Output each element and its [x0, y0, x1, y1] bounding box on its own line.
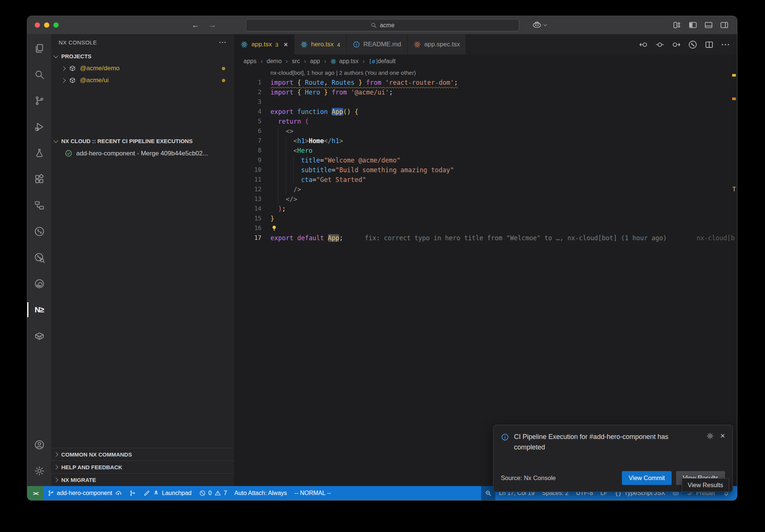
- problems-item[interactable]: 0 7: [195, 486, 231, 500]
- timeline-icon[interactable]: [688, 40, 697, 49]
- code-line-11[interactable]: 11cta="Get Started": [235, 175, 737, 185]
- activity-bar-bottom: [27, 432, 51, 486]
- tab-problem-badge: 4: [337, 41, 340, 48]
- section-common-nx-commands[interactable]: COMMON NX COMMANDS: [51, 448, 234, 461]
- code-line-5[interactable]: 5return (: [235, 117, 737, 126]
- tab-readme-md[interactable]: README.md: [347, 34, 408, 55]
- nav-back-icon[interactable]: [639, 40, 648, 49]
- activity-item-nx-console[interactable]: N≥: [27, 297, 51, 323]
- activity-item-search[interactable]: [27, 61, 51, 87]
- activity-item-run-and-debug[interactable]: [27, 114, 51, 140]
- close-icon[interactable]: ×: [720, 432, 725, 440]
- code-editor[interactable]: nx-cloud[bot], 1 hour ago | 2 authors (Y…: [235, 68, 737, 486]
- launchpad-item[interactable]: Launchpad: [140, 486, 195, 500]
- chevron-right-icon: [61, 66, 66, 71]
- activity-item-accounts[interactable]: [27, 432, 51, 458]
- toggle-primary-sidebar-icon[interactable]: [688, 21, 697, 30]
- copilot-menu[interactable]: [532, 20, 546, 30]
- project-item-acme-demo[interactable]: @acme/demo: [51, 62, 234, 74]
- nav-position-icon[interactable]: [655, 40, 665, 49]
- chevron-down-icon: [53, 138, 58, 143]
- breadcrumb-item-apps[interactable]: apps: [244, 58, 257, 65]
- nav-forward-icon[interactable]: [672, 40, 681, 49]
- code-line-6[interactable]: 6<>: [235, 126, 737, 136]
- git-branch-item[interactable]: add-hero-component: [44, 486, 126, 500]
- code-line-17[interactable]: 17export default App;fix: correct typo i…: [235, 233, 737, 243]
- activity-item-explorer[interactable]: [27, 35, 51, 61]
- code-line-4[interactable]: 4export function App() {: [235, 107, 737, 117]
- breadcrumb-item-app[interactable]: app: [310, 58, 320, 65]
- activity-item-testing[interactable]: [27, 140, 51, 166]
- package-cube-icon: [69, 65, 76, 72]
- section-projects[interactable]: PROJECTS: [51, 50, 234, 62]
- tab-app-spec-tsx[interactable]: app.spec.tsx: [408, 34, 466, 55]
- code-line-14[interactable]: 14);: [235, 204, 737, 214]
- history-forward-icon[interactable]: →: [208, 21, 216, 30]
- sidebar-bottom-sections: COMMON NX COMMANDS HELP AND FEEDBACK NX …: [51, 448, 234, 486]
- activity-item-edge-browser[interactable]: [27, 270, 51, 297]
- react-icon: [241, 41, 248, 48]
- code-line-16[interactable]: 16: [235, 223, 737, 233]
- command-center-search[interactable]: acme: [246, 19, 519, 31]
- section-help-and-feedback[interactable]: HELP AND FEEDBACK: [51, 461, 234, 473]
- maximize-window-button[interactable]: [53, 22, 59, 28]
- breadcrumb-item-src[interactable]: src: [292, 58, 300, 65]
- remote-indicator[interactable]: ><: [27, 486, 44, 500]
- warning-icon: [214, 490, 221, 497]
- code-line-1[interactable]: 1import { Route, Routes } from 'react-ro…: [235, 78, 737, 87]
- view-commit-button[interactable]: View Commit: [622, 471, 672, 485]
- more-actions-icon[interactable]: ⋯: [219, 38, 227, 47]
- code-line-3[interactable]: 3: [235, 97, 737, 107]
- cloud-upload-icon: [115, 490, 122, 497]
- tab-app-tsx[interactable]: app.tsx 3 ×: [235, 34, 294, 55]
- minimize-window-button[interactable]: [44, 22, 49, 28]
- code-line-13[interactable]: 13</>: [235, 194, 737, 204]
- tab-hero-tsx[interactable]: hero.tsx 4: [294, 34, 347, 55]
- breadcrumb-item-demo[interactable]: demo: [267, 58, 282, 65]
- breadcrumb-separator: ›: [286, 58, 288, 65]
- vim-mode-item[interactable]: -- NORMAL --: [291, 486, 335, 500]
- activity-item-source-control[interactable]: [27, 87, 51, 114]
- pencil-icon: [143, 490, 150, 497]
- gear-icon[interactable]: [706, 432, 714, 440]
- activity-item-gitlens[interactable]: [27, 244, 51, 270]
- notification-source: Source: Nx Console: [501, 474, 556, 482]
- activity-bar: N≥: [27, 34, 51, 486]
- auto-attach-item[interactable]: Auto Attach: Always: [231, 486, 291, 500]
- split-editor-icon[interactable]: [704, 40, 714, 49]
- activity-item-git-graph[interactable]: [27, 218, 51, 244]
- git-graph-item[interactable]: [126, 486, 140, 500]
- code-line-2[interactable]: 2import { Hero } from '@acme/ui';: [235, 87, 737, 97]
- tab-bar: app.tsx 3 × hero.tsx 4 README.md app.spe…: [235, 34, 737, 55]
- code-line-15[interactable]: 15}: [235, 214, 737, 223]
- toggle-panel-icon[interactable]: [704, 21, 713, 30]
- project-status-dot: [222, 79, 225, 82]
- breadcrumb-item-default[interactable]: [ø]default: [369, 58, 396, 65]
- code-line-9[interactable]: 9title="Welcome @acme/demo": [235, 155, 737, 165]
- activity-item-containers[interactable]: [27, 323, 51, 349]
- customize-layout-icon[interactable]: [673, 21, 682, 30]
- lightbulb-icon[interactable]: [270, 225, 278, 232]
- close-icon[interactable]: ×: [284, 41, 288, 48]
- code-line-12[interactable]: 12/>: [235, 185, 737, 194]
- section-nx-migrate[interactable]: NX MIGRATE: [51, 473, 234, 486]
- history-back-icon[interactable]: ←: [192, 21, 199, 30]
- project-item-acme-ui[interactable]: @acme/ui: [51, 74, 234, 86]
- activity-item-extensions[interactable]: [27, 166, 51, 192]
- more-actions-icon[interactable]: ⋯: [721, 40, 730, 49]
- traffic-lights: [35, 22, 59, 28]
- breadcrumb-item-app-tsx[interactable]: app.tsx: [330, 58, 359, 65]
- sidebar-title-row: NX CONSOLE ⋯: [51, 34, 234, 50]
- code-line-8[interactable]: 8<Hero: [235, 146, 737, 155]
- activity-item-references[interactable]: [27, 192, 51, 218]
- error-icon: [199, 490, 206, 497]
- close-window-button[interactable]: [35, 22, 40, 28]
- code-line-10[interactable]: 10subtitle="Build something amazing toda…: [235, 165, 737, 175]
- code-line-7[interactable]: 7<h1>Home</h1>: [235, 136, 737, 146]
- toggle-secondary-sidebar-icon[interactable]: [720, 21, 729, 30]
- chevron-down-icon: [543, 22, 547, 26]
- activity-item-settings-gear[interactable]: [27, 458, 51, 484]
- pipeline-execution-item[interactable]: add-hero-component - Merge 409b44e5cb02.…: [51, 147, 234, 160]
- section-nx-cloud[interactable]: NX CLOUD :: RECENT CI PIPELINE EXECUTION…: [51, 135, 234, 147]
- chevron-right-icon: [61, 78, 66, 83]
